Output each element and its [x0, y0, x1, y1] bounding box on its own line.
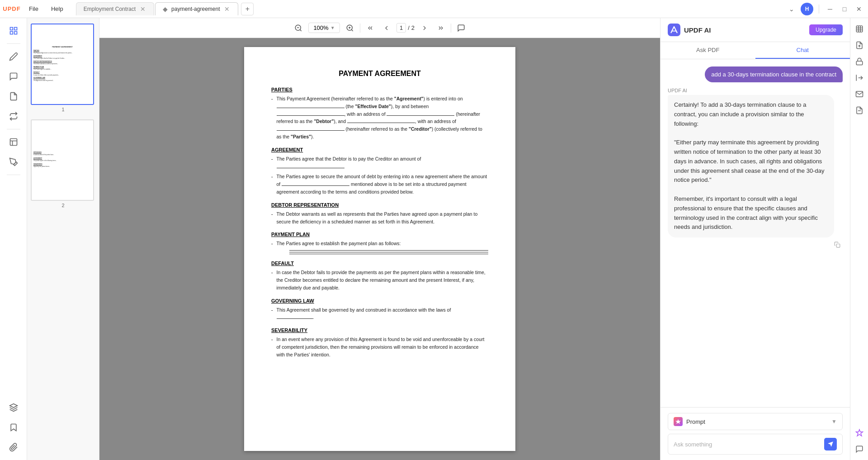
tab-ask-pdf[interactable]: Ask PDF — [660, 42, 755, 59]
svg-line-10 — [351, 29, 353, 31]
svg-rect-0 — [10, 28, 13, 30]
prompt-icon — [674, 417, 683, 426]
copy-icon[interactable] — [832, 239, 843, 250]
updf-ai-logo — [668, 24, 680, 36]
section-payment-heading: PAYMENT PLAN — [271, 232, 488, 237]
menu-help[interactable]: Help — [46, 4, 69, 14]
severability-bullet: - In an event where any provision of thi… — [271, 336, 488, 358]
thumbnail-page-1[interactable]: PAYMENT AGREEMENT PARTIES This Payment A… — [31, 24, 95, 112]
sidebar-divider-2 — [7, 129, 20, 129]
tab-employment-contract[interactable]: Employment Contract ✕ — [76, 2, 154, 15]
payment-bullet: - The Parties agree to establish the pay… — [271, 240, 488, 247]
thumbnail-image-2[interactable]: WITNESSES In witness whereof the parties… — [31, 119, 94, 201]
zoom-in-button[interactable] — [344, 22, 356, 34]
page-info: 1 / 2 — [396, 23, 415, 33]
copy-icon-wrapper — [668, 239, 843, 250]
right-icon-compress[interactable] — [852, 103, 867, 118]
dropdown-arrow[interactable]: ⌄ — [786, 4, 797, 14]
right-icon-toolbar[interactable] — [852, 22, 867, 36]
right-icon-share[interactable] — [852, 71, 867, 85]
pdf-document-title: PAYMENT AGREEMENT — [271, 70, 488, 78]
go-first-page-button[interactable] — [364, 22, 377, 34]
ai-panel-tabs: Ask PDF Chat — [660, 42, 850, 59]
ai-chat-area[interactable]: add a 30-days termination clause in the … — [660, 59, 850, 407]
default-bullet: - In case the Debtor fails to provide th… — [271, 269, 488, 291]
ai-panel: UPDF AI Upgrade Ask PDF Chat add a 30-da… — [660, 18, 850, 460]
thumbnail-image-1[interactable]: PAYMENT AGREEMENT PARTIES This Payment A… — [31, 24, 94, 105]
sidebar-divider-3 — [7, 175, 20, 175]
section-default-heading: DEFAULT — [271, 261, 488, 266]
payment-lines — [289, 250, 488, 254]
menu-file[interactable]: File — [24, 4, 44, 14]
maximize-button[interactable]: □ — [839, 4, 850, 14]
divider — [819, 5, 819, 14]
tab-bar: Employment Contract ✕ ◆ payment-agreemen… — [76, 2, 786, 15]
sidebar-icon-comment[interactable] — [5, 67, 23, 85]
sidebar-icon-convert[interactable] — [5, 107, 23, 125]
section-debtor-heading: DEBTOR REPRESENTATION — [271, 202, 488, 208]
right-icon-lock[interactable] — [852, 54, 867, 69]
prompt-label: Prompt — [686, 418, 828, 425]
close-button[interactable]: ✕ — [854, 4, 864, 14]
go-last-page-button[interactable] — [434, 22, 447, 34]
document-viewer[interactable]: PAYMENT AGREEMENT PARTIES - This Payment… — [99, 38, 660, 460]
debtor-bullet: - The Debtor warrants as well as represe… — [271, 210, 488, 226]
prompt-selector[interactable]: Prompt ▼ — [668, 413, 843, 430]
ask-something-input[interactable] — [674, 441, 821, 448]
sidebar-divider-1 — [7, 43, 20, 44]
toolbar-divider-2 — [451, 24, 451, 33]
thumbnail-panel: PAYMENT AGREEMENT PARTIES This Payment A… — [27, 18, 99, 460]
right-icon-bar — [850, 18, 868, 460]
svg-line-7 — [300, 29, 301, 31]
right-icon-chat-bubble[interactable] — [852, 442, 867, 456]
sidebar-icon-layers[interactable] — [5, 398, 23, 417]
title-bar: UPDF File Help Employment Contract ✕ ◆ p… — [0, 0, 868, 18]
menu-bar: File Help — [24, 4, 69, 14]
right-icon-export[interactable] — [852, 38, 867, 52]
sidebar-icon-attachment[interactable] — [5, 438, 23, 456]
tab-close-employment[interactable]: ✕ — [139, 5, 146, 13]
upgrade-button[interactable]: Upgrade — [809, 24, 843, 35]
svg-rect-17 — [856, 61, 863, 65]
right-icon-ai-extra[interactable] — [852, 426, 867, 440]
sidebar-icon-bookmark[interactable] — [5, 418, 23, 436]
user-message: add a 30-days termination clause in the … — [705, 66, 843, 82]
tab-close-payment[interactable]: ✕ — [223, 5, 231, 13]
section-parties-heading: PARTIES — [271, 87, 488, 92]
sidebar-icon-organize[interactable] — [5, 87, 23, 105]
thumbnail-page-num-1: 1 — [31, 107, 95, 112]
tab-payment-agreement[interactable]: ◆ payment-agreement ✕ — [155, 2, 238, 15]
sidebar-icon-sign[interactable] — [5, 153, 23, 171]
document-area: 100% ▼ 1 / 2 — [99, 18, 660, 460]
zoom-display[interactable]: 100% ▼ — [308, 23, 340, 33]
send-button[interactable] — [824, 438, 837, 451]
next-page-button[interactable] — [418, 22, 431, 34]
svg-rect-4 — [10, 139, 17, 146]
sidebar-icon-annotate[interactable] — [5, 47, 23, 66]
prev-page-button[interactable] — [380, 22, 393, 34]
sidebar-icon-edit[interactable] — [5, 22, 23, 40]
page-number-input[interactable]: 1 — [396, 23, 406, 33]
new-tab-button[interactable]: + — [241, 3, 254, 15]
thumbnail-page-2[interactable]: WITNESSES In witness whereof the parties… — [31, 119, 95, 208]
sidebar-icon-ocr[interactable] — [5, 133, 23, 151]
svg-rect-3 — [14, 32, 17, 34]
tab-chat[interactable]: Chat — [755, 42, 850, 59]
user-avatar[interactable]: H — [801, 3, 813, 15]
prompt-chevron-icon: ▼ — [831, 418, 837, 425]
minimize-button[interactable]: ─ — [825, 4, 835, 14]
main-content: PAYMENT AGREEMENT PARTIES This Payment A… — [0, 18, 868, 460]
toolbar: 100% ▼ 1 / 2 — [99, 18, 660, 38]
ai-message: Certainly! To add a 30-days termination … — [668, 95, 834, 237]
right-icon-email[interactable] — [852, 87, 867, 101]
thumbnail-page-num-2: 2 — [31, 203, 95, 208]
comment-button[interactable] — [455, 22, 467, 34]
ask-input-row — [668, 434, 843, 455]
svg-rect-13 — [668, 24, 680, 36]
zoom-out-button[interactable] — [292, 22, 305, 34]
ai-panel-bottom: Prompt ▼ — [660, 407, 850, 460]
user-message-container: add a 30-days termination clause in the … — [668, 66, 843, 82]
left-sidebar — [0, 18, 27, 460]
agreement-bullet-1: - The Parties agree that the Debtor is t… — [271, 155, 488, 171]
ai-message-container: UPDF AI Certainly! To add a 30-days term… — [668, 88, 843, 250]
